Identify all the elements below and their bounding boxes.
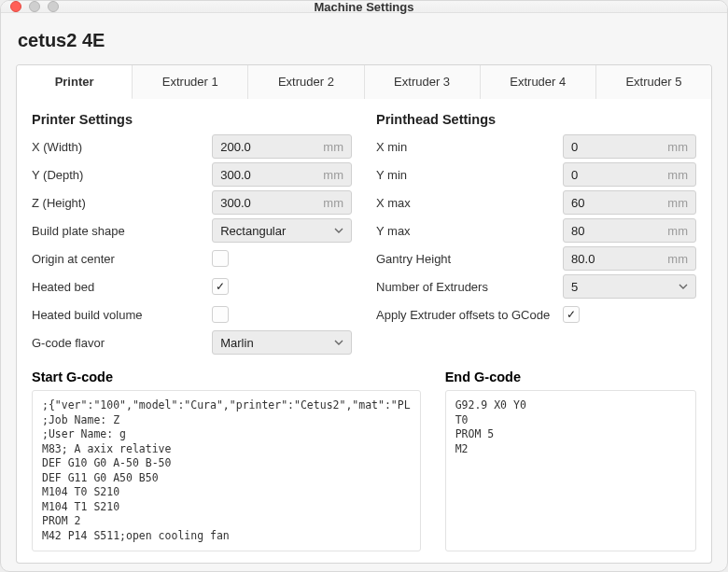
x-max-value: 60	[571, 196, 662, 210]
x-max-label: X max	[376, 196, 555, 210]
start-gcode-title: Start G-code	[32, 370, 421, 384]
num-extruders-select[interactable]: 5	[563, 274, 696, 299]
z-height-value: 300.0	[220, 196, 317, 210]
tab-extruder-1[interactable]: Extruder 1	[133, 65, 248, 99]
y-min-input[interactable]: 0 mm	[563, 162, 696, 187]
y-max-label: Y max	[376, 224, 555, 238]
x-min-value: 0	[571, 140, 662, 154]
tab-extruder-5[interactable]: Extruder 5	[596, 65, 711, 99]
y-max-input[interactable]: 80 mm	[563, 218, 696, 243]
chevron-down-icon	[334, 226, 343, 235]
build-plate-shape-label: Build plate shape	[32, 224, 204, 238]
num-extruders-value: 5	[571, 280, 578, 294]
x-width-label: X (Width)	[32, 140, 204, 154]
printhead-settings-section: Printhead Settings X min 0 mm Y min	[376, 112, 696, 356]
tab-extruder-4[interactable]: Extruder 4	[481, 65, 596, 99]
y-min-label: Y min	[376, 168, 555, 182]
y-depth-label: Y (Depth)	[32, 168, 204, 182]
x-min-label: X min	[376, 140, 555, 154]
x-min-unit: mm	[667, 140, 688, 154]
end-gcode-section: End G-code G92.9 X0 Y0 T0 PROM 5 M2	[445, 364, 696, 551]
printhead-settings-title: Printhead Settings	[376, 112, 696, 127]
x-max-input[interactable]: 60 mm	[563, 190, 696, 215]
start-gcode-textarea[interactable]: ;{"ver":"100","model":"Cura","printer":"…	[32, 390, 421, 551]
end-gcode-textarea[interactable]: G92.9 X0 Y0 T0 PROM 5 M2	[445, 390, 696, 551]
y-min-value: 0	[571, 168, 662, 182]
end-gcode-title: End G-code	[445, 370, 696, 384]
gantry-height-value: 80.0	[571, 252, 662, 266]
printer-settings-title: Printer Settings	[32, 112, 352, 127]
z-height-input[interactable]: 300.0 mm	[212, 190, 352, 215]
close-window-button[interactable]	[10, 1, 21, 12]
y-depth-value: 300.0	[220, 168, 317, 182]
gcode-flavor-label: G-code flavor	[32, 336, 204, 350]
x-max-unit: mm	[667, 196, 688, 210]
y-depth-input[interactable]: 300.0 mm	[212, 162, 352, 187]
gantry-height-label: Gantry Height	[376, 252, 555, 266]
chevron-down-icon	[334, 338, 343, 347]
num-extruders-label: Number of Extruders	[376, 280, 555, 294]
x-width-input[interactable]: 200.0 mm	[212, 134, 352, 159]
z-height-unit: mm	[323, 196, 343, 210]
apply-offsets-checkbox[interactable]	[563, 306, 580, 323]
tab-printer[interactable]: Printer	[17, 65, 133, 99]
gantry-height-unit: mm	[667, 252, 688, 266]
origin-at-center-label: Origin at center	[32, 252, 204, 266]
y-max-value: 80	[571, 224, 662, 238]
y-depth-unit: mm	[323, 168, 343, 182]
heated-bed-checkbox[interactable]	[212, 278, 229, 295]
start-gcode-section: Start G-code ;{"ver":"100","model":"Cura…	[32, 364, 421, 551]
titlebar: Machine Settings	[1, 1, 727, 13]
printer-tab-panel: Printer Settings X (Width) 200.0 mm Y (D…	[16, 99, 712, 564]
x-min-input[interactable]: 0 mm	[563, 134, 696, 159]
machine-name-heading: cetus2 4E	[18, 30, 710, 51]
gantry-height-input[interactable]: 80.0 mm	[563, 246, 696, 271]
tab-extruder-2[interactable]: Extruder 2	[248, 65, 364, 99]
build-plate-shape-select[interactable]: Rectangular	[212, 218, 352, 243]
z-height-label: Z (Height)	[32, 196, 204, 210]
heated-build-volume-checkbox[interactable]	[212, 306, 229, 323]
origin-at-center-checkbox[interactable]	[212, 250, 229, 267]
build-plate-shape-value: Rectangular	[220, 224, 286, 238]
minimize-window-button[interactable]	[29, 1, 40, 12]
content-area: cetus2 4E Printer Extruder 1 Extruder 2 …	[1, 13, 727, 572]
gcode-flavor-select[interactable]: Marlin	[212, 330, 352, 355]
y-min-unit: mm	[667, 168, 688, 182]
machine-settings-window: Machine Settings cetus2 4E Printer Extru…	[0, 0, 728, 572]
window-title: Machine Settings	[1, 0, 727, 14]
chevron-down-icon	[679, 282, 688, 291]
maximize-window-button[interactable]	[48, 1, 59, 12]
y-max-unit: mm	[667, 224, 688, 238]
tabs-bar: Printer Extruder 1 Extruder 2 Extruder 3…	[16, 64, 712, 99]
window-controls	[10, 1, 59, 12]
x-width-unit: mm	[323, 140, 343, 154]
x-width-value: 200.0	[220, 140, 317, 154]
apply-offsets-label: Apply Extruder offsets to GCode	[376, 308, 555, 322]
tab-extruder-3[interactable]: Extruder 3	[365, 65, 481, 99]
heated-bed-label: Heated bed	[32, 280, 204, 294]
heated-build-volume-label: Heated build volume	[32, 308, 204, 322]
printer-settings-section: Printer Settings X (Width) 200.0 mm Y (D…	[32, 112, 352, 356]
gcode-flavor-value: Marlin	[220, 336, 253, 350]
